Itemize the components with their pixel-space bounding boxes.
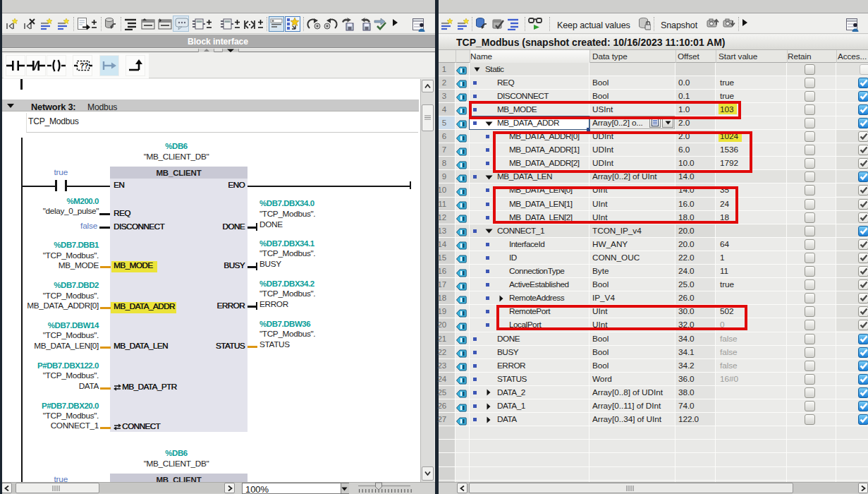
svg-text:??: ?? [80,62,88,70]
